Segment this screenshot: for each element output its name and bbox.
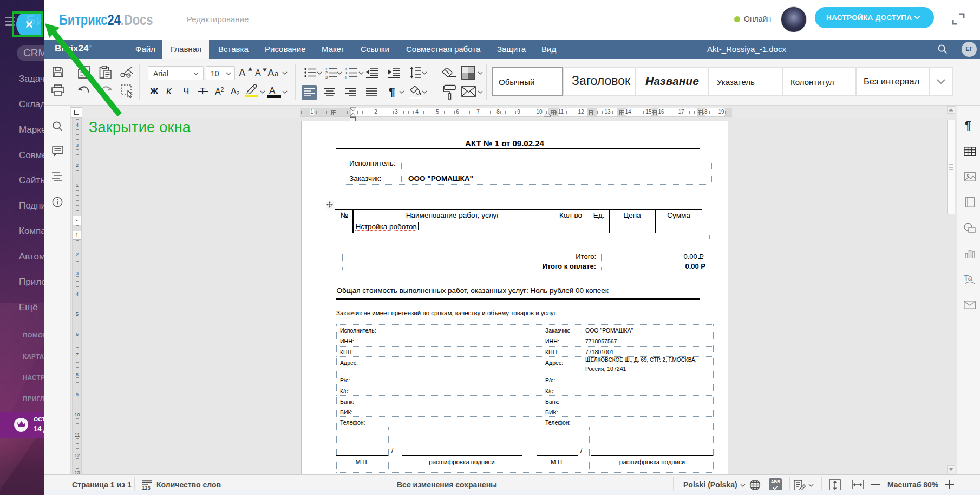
svg-text:2: 2 [325, 71, 328, 75]
svg-text:3: 3 [325, 75, 328, 79]
svg-text:1: 1 [345, 67, 347, 71]
svg-text:i: i [345, 75, 347, 79]
svg-text:123: 123 [142, 485, 151, 490]
svg-text:1: 1 [325, 67, 328, 71]
